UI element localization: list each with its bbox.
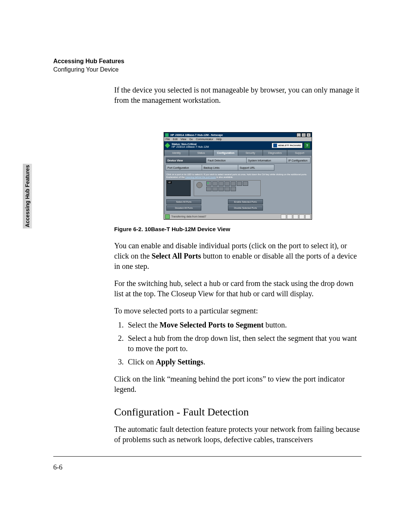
window-titlebar: HP J3301A 10Base-T Hub-12M - Netscape _ … (164, 133, 312, 137)
paragraph: If the device you selected is not manage… (114, 85, 362, 105)
device-thumbnail: HP (166, 180, 191, 196)
action-buttons: Select All Ports Deselect All Ports Enab… (166, 196, 310, 212)
ports (206, 181, 252, 191)
window-controls: _ □ × (296, 133, 311, 137)
tray-icon (287, 214, 292, 219)
page: Accessing Hub Features Configuring Your … (0, 0, 411, 532)
port-9[interactable] (212, 187, 218, 191)
status-progress-icon (165, 214, 170, 219)
deselect-all-ports-button[interactable]: Deselect All Ports (166, 205, 201, 211)
port-4[interactable] (225, 181, 230, 186)
port-3[interactable] (218, 181, 224, 186)
figure-caption: Figure 6-2. 10Base-T Hub-12M Device View (114, 226, 362, 232)
status-label: Status: Non-Critical (172, 143, 272, 146)
hint-text: Click on a port or its LED to select it.… (166, 172, 310, 179)
enable-buttons-col: Enable Selected Ports Disable Selected P… (228, 199, 263, 211)
enable-selected-ports-button[interactable]: Enable Selected Ports (228, 199, 263, 204)
subtab-port-configuration[interactable]: Port Configuration (166, 165, 202, 171)
device-area: HP (166, 179, 310, 196)
device-name: HP J3301A 10Base-T Hub-12M (172, 145, 209, 148)
bold-text: Move Selected Ports to Segment (159, 321, 263, 329)
hp-logo: HEWLETT PACKARD (272, 143, 303, 148)
subtab-fault-detection[interactable]: Fault Detection (206, 157, 247, 163)
minimize-button[interactable]: _ (296, 133, 301, 137)
tab-identity[interactable]: Identity (164, 150, 189, 156)
tab-status[interactable]: Status (189, 150, 214, 156)
subtab-row: Device View Fault Detection System Infor… (166, 157, 310, 163)
tab-support[interactable]: Support (287, 150, 312, 156)
status-icon (165, 143, 170, 148)
running-head-title: Accessing Hub Features (53, 57, 362, 66)
tray-icon (293, 214, 298, 219)
text: Select the (128, 321, 159, 329)
hp-logo-icon (273, 144, 277, 147)
list-item: Click on Apply Settings. (126, 357, 362, 367)
subtab-support-url[interactable]: Support URL (238, 165, 274, 171)
close-button[interactable]: × (306, 133, 311, 137)
port-icons-meaning-link[interactable]: meaning behind the port icons (185, 176, 216, 178)
bold-text: Select All Ports (151, 252, 201, 260)
list-item: Select a hub from the drop down list, th… (126, 333, 362, 354)
port-7[interactable] (243, 181, 248, 186)
subtab-ip-configuration[interactable]: IP Configuration (287, 157, 311, 163)
port-grid (194, 180, 261, 196)
port-1[interactable] (206, 181, 212, 186)
netscape-icon (165, 133, 169, 137)
subtab-backup-links[interactable]: Backup Links (202, 165, 238, 171)
help-button[interactable]: ? (304, 142, 310, 149)
tab-diagnostics[interactable]: Diagnostics (263, 150, 288, 156)
port-6[interactable] (237, 181, 242, 186)
running-head-sub: Configuring Your Device (53, 66, 362, 74)
subtab-row: Port Configuration Backup Links Support … (166, 165, 310, 171)
tray-icon (299, 214, 304, 219)
nav-tabs: Identity Status Configuration Security D… (164, 150, 312, 156)
figure: HP J3301A 10Base-T Hub-12M - Netscape _ … (114, 132, 362, 220)
list-item: Select the Move Selected Ports to Segmen… (126, 320, 362, 330)
menu-item[interactable]: Go (189, 138, 193, 141)
tray-icon (281, 214, 286, 219)
text: Click on (128, 358, 156, 366)
port-5[interactable] (231, 181, 236, 186)
paragraph: To move selected ports to a particular s… (114, 306, 362, 316)
port-11[interactable] (225, 187, 230, 191)
maximize-button[interactable]: □ (301, 133, 306, 137)
tab-security[interactable]: Security (238, 150, 263, 156)
text: . (203, 358, 205, 366)
browser-statusbar: Transferring data from beast7 (164, 214, 312, 219)
content: If the device you selected is not manage… (114, 85, 362, 445)
menu-item[interactable]: Edit (173, 138, 177, 141)
running-head: Accessing Hub Features Configuring Your … (53, 57, 362, 73)
bold-text: Apply Settings (156, 358, 203, 366)
menu-bar: File Edit View Go Communicator Help (164, 137, 312, 141)
select-all-ports-button[interactable]: Select All Ports (166, 199, 201, 204)
text: button. (264, 321, 287, 329)
port-2[interactable] (212, 181, 218, 186)
paragraph: Click on the link “meaning behind the po… (114, 374, 362, 395)
statusbar-tray (281, 214, 311, 219)
subtab-system-information[interactable]: System Information (246, 157, 287, 163)
screenshot-window: HP J3301A 10Base-T Hub-12M - Netscape _ … (164, 132, 312, 220)
menu-item[interactable]: Help (216, 138, 221, 141)
port-10[interactable] (218, 187, 224, 191)
menu-item[interactable]: File (166, 138, 170, 141)
paragraph: The automatic fault detection feature pr… (114, 424, 362, 445)
paragraph: You can enable and disable individual po… (114, 241, 362, 272)
disable-selected-ports-button[interactable]: Disable Selected Ports (228, 205, 263, 211)
section-heading: Configuration - Fault Detection (114, 406, 362, 418)
link-led-icon (196, 182, 202, 188)
side-tab-label: Accessing Hub Features (24, 165, 30, 227)
port-8[interactable] (206, 187, 212, 191)
subtab-device-view[interactable]: Device View (166, 157, 206, 163)
tab-configuration[interactable]: Configuration (213, 150, 238, 156)
statusbar-text: Transferring data from beast7 (171, 215, 206, 218)
status-banner: Status: Non-Critical HP J3301A 10Base-T … (164, 141, 312, 150)
device-thumb-label: HP (167, 181, 172, 184)
paragraph: For the switching hub, select a hub or c… (114, 278, 362, 299)
config-panel: Device View Fault Detection System Infor… (164, 156, 312, 214)
hp-logo-text: HEWLETT PACKARD (278, 144, 301, 147)
tray-icon (305, 214, 311, 219)
menu-item[interactable]: View (180, 138, 186, 141)
menu-item[interactable]: Communicator (196, 138, 213, 141)
port-12[interactable] (231, 187, 236, 191)
status-text: Status: Non-Critical HP J3301A 10Base-T … (172, 143, 272, 149)
